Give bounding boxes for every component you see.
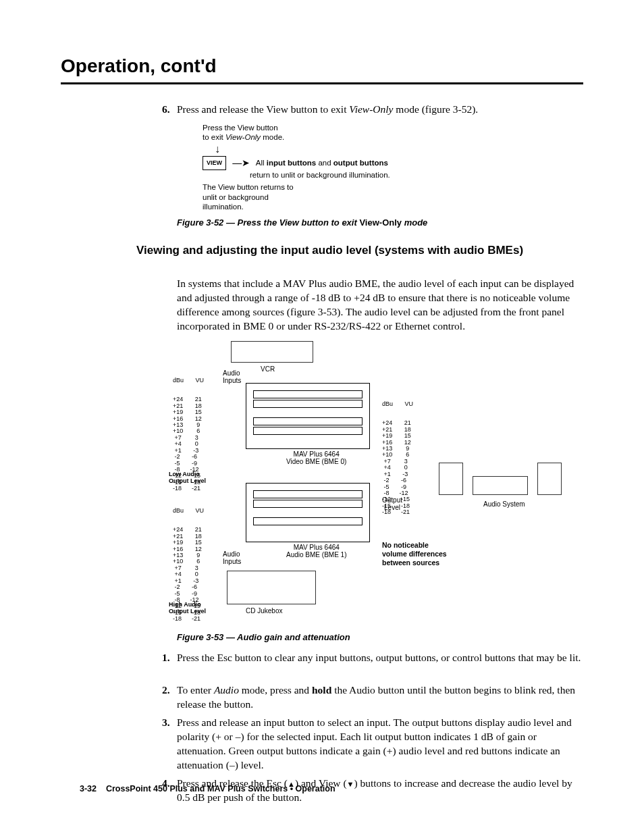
fig52-right-pre: All — [256, 158, 267, 166]
step-1-number: 1. — [162, 651, 170, 665]
fig52-right-line2: return to unlit or background illuminati… — [250, 170, 390, 180]
step-3-text: Press and release an input button to sel… — [177, 716, 572, 771]
audio-inputs-label-1: Audio Inputs — [223, 369, 241, 384]
step-2: 2. To enter Audio mode, press and hold t… — [177, 683, 582, 712]
header-rule — [61, 82, 583, 84]
fig52-below3: illumination. — [203, 202, 390, 211]
step-3-number: 3. — [162, 716, 170, 730]
receiver-icon — [473, 476, 528, 495]
footer-text: CrossPoint 450 Plus and MAV Plus Switche… — [106, 784, 336, 793]
fig52-press-line2: to exit View-Only mode. — [203, 132, 390, 142]
view-only-mode: View-Only — [349, 103, 393, 115]
fig52-below1: The View button returns to — [203, 182, 390, 192]
step-6: 6. Press and release the View button to … — [177, 103, 582, 117]
fig52-press2-pre: to exit — [203, 133, 225, 141]
step-1-text: Press the Esc button to clear any input … — [177, 652, 581, 663]
vcr-device — [231, 341, 313, 363]
step-3: 3. Press and release an input button to … — [177, 716, 582, 773]
fig52-right-b2: output buttons — [333, 158, 388, 166]
step-6-number: 6. — [162, 103, 170, 117]
intro-paragraph: In systems that include a MAV Plus audio… — [177, 277, 582, 334]
vcr-label: VCR — [261, 365, 275, 373]
s2-pre: To enter — [177, 684, 214, 696]
step-6-text: Press and release the View button to exi… — [177, 103, 478, 115]
high-audio-label: High Audio Output Level — [169, 601, 206, 615]
arrow-down-icon: ↓ — [215, 144, 390, 155]
step-6-post: mode (figure 3-52). — [393, 103, 478, 115]
dbu-vu-header-2: dBu VU — [173, 508, 204, 514]
page-number: 3-32 — [80, 784, 97, 793]
figure-3-52-caption: Figure 3-52 — Press the View button to e… — [177, 217, 427, 228]
page-header: Operation, cont'd — [61, 55, 217, 77]
audio-inputs-label-2: Audio Inputs — [223, 550, 241, 565]
step-2-number: 2. — [162, 683, 170, 698]
s2-audio: Audio — [214, 684, 239, 696]
cd-jukebox-device — [227, 571, 316, 604]
view-button: VIEW — [203, 156, 226, 170]
audio-bme-rack — [246, 483, 370, 542]
fig52-button-row: VIEW ―➤ All input buttons and output but… — [203, 156, 390, 180]
output-level-label: Output Level — [382, 496, 402, 511]
low-audio-label: Low Audio Output Level — [169, 471, 206, 484]
fig52-right-mid: and — [316, 158, 333, 166]
s2-mid: mode, press and — [239, 684, 312, 696]
figure-3-53: VCR dBu VU +24 21 +21 18 +19 15 +16 12 +… — [169, 341, 581, 625]
figure-3-52: Press the View button to exit View-Only … — [203, 123, 390, 212]
video-bme-rack — [246, 383, 370, 449]
speaker-right-icon — [537, 463, 562, 495]
cd-jukebox-label: CD Jukebox — [246, 607, 282, 615]
video-bme-label: MAV Plus 6464 Video BME (BME 0) — [286, 450, 346, 465]
s2-hold: hold — [312, 684, 331, 696]
step-6-pre: Press and release the View button to exi… — [177, 103, 349, 115]
step-2-text: To enter Audio mode, press and hold the … — [177, 684, 575, 710]
fig52-right-text: All input buttons and output buttons — [256, 158, 388, 166]
triangle-down-icon: ▼ — [347, 781, 354, 788]
speaker-left-icon — [439, 463, 463, 495]
fig52-below2: unlit or background — [203, 192, 390, 202]
page-footer: 3-32 CrossPoint 450 Plus and MAV Plus Sw… — [80, 784, 336, 793]
dbu-vu-header-1: dBu VU — [173, 377, 204, 384]
fig52-cap-pre: Figure 3-52 — Press the View button to e… — [177, 217, 359, 228]
arrow-right-icon: ―➤ — [232, 157, 250, 170]
fig52-right-b1: input buttons — [267, 158, 316, 166]
audio-bme-label: MAV Plus 6464 Audio BME (BME 1) — [286, 544, 346, 558]
audio-system-label: Audio System — [483, 500, 525, 508]
dbu-vu-header-3: dBu VU — [382, 401, 413, 407]
no-noticeable-differences: No noticeable volume differences between… — [382, 541, 447, 567]
figure-3-53-caption: Figure 3-53 — Audio gain and attenuation — [177, 632, 350, 642]
step-1: 1. Press the Esc button to clear any inp… — [177, 651, 582, 665]
fig52-press2-post: mode. — [261, 133, 284, 141]
fig52-press-line1: Press the View button — [203, 123, 390, 132]
fig52-press2-mode: View-Only — [225, 133, 261, 141]
fig52-cap-nv: View-Only — [359, 217, 402, 228]
section-title: Viewing and adjusting the input audio le… — [136, 243, 582, 259]
fig52-cap-post: mode — [402, 217, 427, 228]
